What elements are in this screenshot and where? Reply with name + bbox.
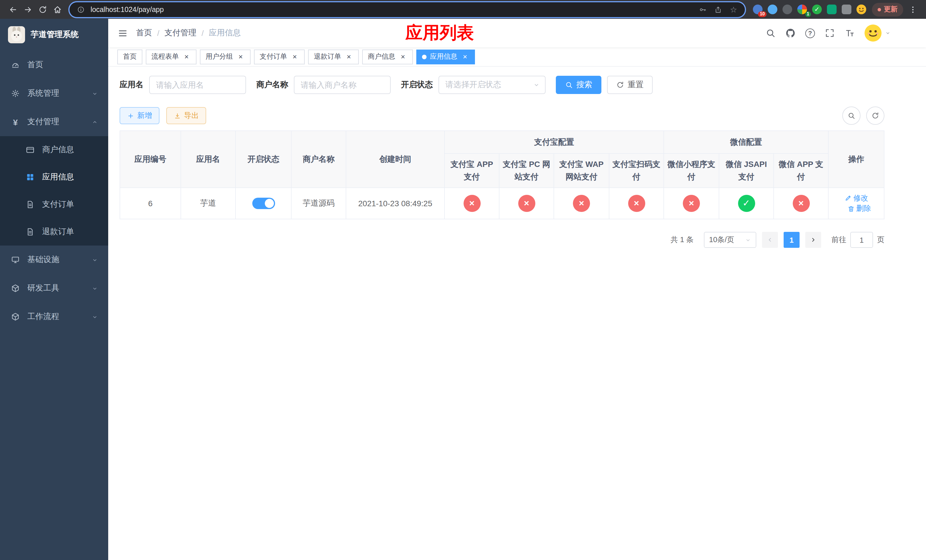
share-icon[interactable]: [713, 4, 724, 15]
close-icon[interactable]: ×: [461, 52, 469, 61]
tab-refund-order[interactable]: 退款订单 ×: [308, 49, 359, 64]
tab-label: 流程表单: [151, 52, 179, 62]
status-select[interactable]: 请选择开启状态: [439, 76, 546, 94]
page-size-value: 10条/页: [709, 235, 734, 245]
update-label: 更新: [884, 5, 897, 14]
tab-merchant-info[interactable]: 商户信息 ×: [362, 49, 413, 64]
site-info-icon[interactable]: [75, 4, 86, 15]
search-button[interactable]: 搜索: [556, 76, 601, 94]
extension-icon[interactable]: 1: [797, 5, 807, 14]
sidebar-item-merchant-info[interactable]: 商户信息: [0, 136, 108, 163]
tab-pay-order[interactable]: 支付订单 ×: [254, 49, 305, 64]
bookmark-star-icon[interactable]: ☆: [728, 4, 739, 15]
total-count: 共 1 条: [670, 235, 694, 245]
goto-page-input[interactable]: [850, 232, 873, 248]
address-bar[interactable]: localhost:1024/pay/app ☆: [70, 2, 745, 17]
close-icon[interactable]: ×: [399, 52, 407, 61]
refresh-icon: [616, 81, 624, 89]
reload-icon[interactable]: [35, 2, 50, 17]
extension-icon[interactable]: [768, 5, 777, 14]
back-icon[interactable]: [6, 2, 21, 17]
cell-status: [236, 188, 291, 219]
extension-icon[interactable]: [856, 5, 866, 14]
column-header: 开启状态: [236, 131, 291, 188]
filter-form: 应用名 商户名称 开启状态 请选择开启状态 搜索 重置: [120, 76, 884, 94]
tab-process-form[interactable]: 流程表单 ×: [146, 49, 197, 64]
toggle-search-button[interactable]: [842, 106, 861, 125]
breadcrumb-current: 应用信息: [209, 28, 241, 38]
plus-icon: [127, 112, 135, 120]
cell-app-id: 6: [120, 188, 181, 219]
dashboard-icon: [10, 61, 21, 70]
add-button[interactable]: 新增: [120, 107, 159, 124]
hamburger-icon[interactable]: [117, 28, 128, 38]
breadcrumb-separator: /: [201, 29, 204, 38]
column-header: 支付宝 WAP 网站支付: [554, 153, 609, 188]
update-dot-icon: [878, 8, 881, 11]
tab-home[interactable]: 首页: [117, 49, 142, 64]
edit-button[interactable]: 修改: [844, 193, 868, 203]
key-icon[interactable]: [697, 4, 708, 15]
sidebar-item-label: 支付管理: [27, 117, 59, 127]
fullscreen-icon[interactable]: [825, 28, 835, 38]
status-toggle[interactable]: [252, 198, 275, 209]
avatar: [864, 24, 882, 42]
tab-user-group[interactable]: 用户分组 ×: [200, 49, 251, 64]
sidebar-item-refund-order[interactable]: 退款订单: [0, 218, 108, 245]
sidebar-item-pay-order[interactable]: 支付订单: [0, 191, 108, 218]
close-icon[interactable]: ×: [345, 52, 353, 61]
extension-icon[interactable]: [842, 5, 851, 14]
reset-button-label: 重置: [628, 80, 643, 90]
reset-button[interactable]: 重置: [607, 76, 653, 94]
status-select-placeholder: 请选择开启状态: [445, 80, 501, 90]
pagination: 共 1 条 10条/页 1 前往 页: [120, 232, 884, 248]
sidebar-item-home[interactable]: 首页: [0, 51, 108, 79]
screen: localhost:1024/pay/app ☆ 10 1 ✓ 更新: [0, 0, 926, 560]
app-name-label: 应用名: [120, 80, 144, 90]
next-page-button[interactable]: [805, 232, 821, 248]
breadcrumb: 首页 / 支付管理 / 应用信息: [136, 28, 241, 38]
wechat-lite-status-icon: ×: [683, 195, 700, 212]
sidebar-item-workflow[interactable]: 工作流程: [0, 303, 108, 331]
sidebar-item-system[interactable]: 系统管理: [0, 79, 108, 107]
breadcrumb-home[interactable]: 首页: [136, 28, 152, 38]
sidebar-item-app-info[interactable]: 应用信息: [0, 163, 108, 191]
help-icon[interactable]: ?: [805, 28, 815, 38]
alipay-qr-status-icon: ×: [628, 195, 645, 212]
close-icon[interactable]: ×: [182, 52, 191, 61]
delete-button[interactable]: 删除: [847, 204, 871, 214]
close-icon[interactable]: ×: [236, 52, 245, 61]
chevron-down-icon: [92, 285, 98, 291]
browser-menu-icon[interactable]: [905, 2, 920, 17]
url-text: localhost:1024/pay/app: [91, 5, 693, 14]
extension-icon[interactable]: [827, 5, 837, 14]
page-size-select[interactable]: 10条/页: [704, 232, 756, 248]
forward-icon[interactable]: [21, 2, 35, 17]
refresh-button[interactable]: [866, 106, 884, 125]
extension-icon[interactable]: 10: [753, 5, 763, 14]
extension-icon[interactable]: [782, 5, 792, 14]
prev-page-button[interactable]: [762, 232, 778, 248]
cube-icon: [10, 284, 21, 293]
grid-icon: [25, 173, 35, 182]
emoji-face-icon: [856, 5, 866, 14]
close-icon[interactable]: ×: [291, 52, 299, 61]
font-size-icon[interactable]: [844, 28, 855, 38]
home-icon[interactable]: [50, 2, 65, 17]
app-name-input[interactable]: [149, 76, 246, 94]
cell-created: 2021-10-23 08:49:25: [346, 188, 445, 219]
github-icon[interactable]: [785, 28, 796, 38]
export-button[interactable]: 导出: [166, 107, 206, 124]
tab-app-info[interactable]: 应用信息 ×: [416, 49, 475, 64]
sidebar-item-infrastructure[interactable]: 基础设施: [0, 245, 108, 274]
breadcrumb-payment[interactable]: 支付管理: [165, 28, 197, 38]
browser-update-button[interactable]: 更新: [872, 3, 903, 16]
merchant-name-input[interactable]: [294, 76, 391, 94]
sidebar-item-dev-tools[interactable]: 研发工具: [0, 274, 108, 303]
sidebar-item-payment[interactable]: ¥ 支付管理: [0, 107, 108, 136]
page-number-1[interactable]: 1: [784, 232, 800, 248]
app-logo[interactable]: 芋道管理系统: [0, 19, 108, 51]
extension-icon[interactable]: ✓: [812, 5, 822, 14]
user-menu[interactable]: [864, 24, 891, 42]
search-icon[interactable]: [766, 28, 776, 38]
